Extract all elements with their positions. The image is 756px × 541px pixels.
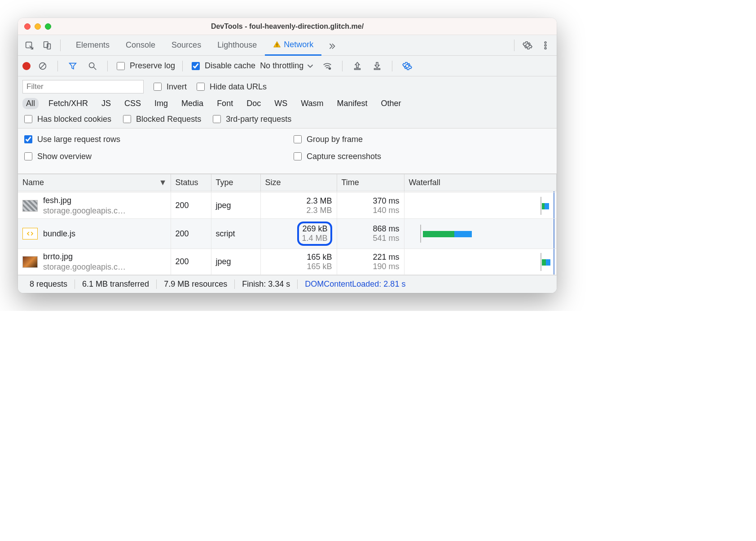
- request-name: fesh.jpg: [43, 195, 126, 206]
- tab-sources[interactable]: Sources: [163, 35, 209, 56]
- filter-toggle-icon[interactable]: [65, 58, 80, 74]
- record-button[interactable]: [22, 62, 31, 70]
- col-size[interactable]: Size: [260, 174, 337, 191]
- svg-point-5: [545, 41, 546, 43]
- filter-input[interactable]: [22, 80, 144, 93]
- status-dcl: DOMContentLoaded: 2.81 s: [298, 279, 413, 289]
- svg-point-10: [329, 67, 331, 70]
- close-icon[interactable]: [24, 23, 31, 30]
- third-party-checkbox[interactable]: 3rd-party requests: [211, 114, 291, 124]
- tab-lighthouse[interactable]: Lighthouse: [209, 35, 265, 56]
- tab-network[interactable]: Network: [265, 35, 321, 56]
- request-name: brrto.jpg: [43, 252, 126, 262]
- request-status: 200: [171, 249, 211, 275]
- svg-rect-3: [277, 44, 277, 46]
- script-file-icon: [22, 228, 38, 239]
- status-requests: 8 requests: [22, 279, 75, 289]
- request-type: script: [211, 219, 260, 249]
- request-time: 221 ms190 ms: [337, 249, 404, 275]
- capture-screenshots-checkbox[interactable]: Capture screenshots: [292, 151, 552, 162]
- type-css[interactable]: CSS: [121, 98, 145, 109]
- download-har-icon[interactable]: [369, 58, 385, 74]
- svg-rect-4: [277, 46, 277, 47]
- type-all[interactable]: All: [22, 98, 39, 109]
- upload-har-icon[interactable]: [350, 58, 365, 74]
- disable-cache-checkbox[interactable]: Disable cache: [190, 61, 255, 71]
- large-rows-checkbox[interactable]: Use large request rows: [22, 134, 283, 145]
- svg-rect-11: [355, 68, 360, 69]
- request-status: 200: [171, 193, 211, 219]
- blocked-requests-checkbox[interactable]: Blocked Requests: [121, 114, 201, 124]
- type-js[interactable]: JS: [98, 98, 114, 109]
- window-title: DevTools - foul-heavenly-direction.glitc…: [18, 22, 557, 31]
- table-row[interactable]: brrto.jpgstorage.googleapis.c…200jpeg165…: [18, 249, 557, 275]
- image-thumbnail-icon: [22, 200, 38, 212]
- request-size: 269 kB1.4 MB: [260, 219, 337, 249]
- col-time[interactable]: Time: [337, 174, 404, 191]
- type-font[interactable]: Font: [213, 98, 237, 109]
- image-thumbnail-icon: [22, 256, 38, 268]
- throttling-select[interactable]: No throttling: [260, 61, 315, 71]
- filter-area: Invert Hide data URLs All Fetch/XHR JS C…: [18, 76, 557, 129]
- network-settings-gear-icon[interactable]: [400, 58, 415, 74]
- chevron-down-icon: [305, 61, 315, 71]
- request-name: bundle.js: [43, 229, 75, 239]
- settings-gear-icon[interactable]: [520, 38, 535, 53]
- preserve-log-checkbox[interactable]: Preserve log: [115, 61, 175, 71]
- clear-icon[interactable]: [35, 58, 50, 74]
- request-waterfall: [404, 193, 557, 219]
- inspect-element-icon[interactable]: [22, 38, 37, 53]
- col-name[interactable]: Name▼: [18, 174, 171, 191]
- type-img[interactable]: Img: [151, 98, 171, 109]
- group-by-frame-checkbox[interactable]: Group by frame: [292, 134, 552, 145]
- request-time: 370 ms140 ms: [337, 193, 404, 219]
- show-overview-checkbox[interactable]: Show overview: [22, 151, 283, 162]
- status-transferred: 6.1 MB transferred: [75, 279, 157, 289]
- request-size: 165 kB165 kB: [260, 249, 337, 275]
- sort-indicator-icon: ▼: [159, 178, 167, 187]
- network-options: Use large request rows Show overview Gro…: [18, 129, 557, 174]
- svg-point-6: [545, 44, 546, 46]
- type-wasm[interactable]: Wasm: [297, 98, 327, 109]
- type-fetchxhr[interactable]: Fetch/XHR: [45, 98, 92, 109]
- table-row[interactable]: bundle.js200script269 kB1.4 MB868 ms541 …: [18, 219, 557, 249]
- tab-elements[interactable]: Elements: [68, 35, 118, 56]
- col-waterfall[interactable]: Waterfall: [404, 174, 557, 191]
- device-toggle-icon[interactable]: [40, 38, 55, 53]
- table-row[interactable]: fesh.jpgstorage.googleapis.c…200jpeg2.3 …: [18, 193, 557, 219]
- devtools-window: DevTools - foul-heavenly-direction.glitc…: [18, 18, 557, 293]
- status-resources: 7.9 MB resources: [157, 279, 235, 289]
- type-ws[interactable]: WS: [271, 98, 291, 109]
- request-size: 2.3 MB2.3 MB: [260, 193, 337, 219]
- search-icon[interactable]: [85, 58, 100, 74]
- type-doc[interactable]: Doc: [243, 98, 264, 109]
- svg-rect-12: [374, 68, 380, 69]
- warning-icon: [273, 40, 281, 49]
- request-time: 868 ms541 ms: [337, 219, 404, 249]
- request-domain: storage.googleapis.c…: [43, 206, 126, 216]
- maximize-icon[interactable]: [45, 23, 51, 30]
- request-status: 200: [171, 219, 211, 249]
- minimize-icon[interactable]: [35, 23, 41, 30]
- type-media[interactable]: Media: [178, 98, 207, 109]
- window-titlebar: DevTools - foul-heavenly-direction.glitc…: [18, 18, 557, 35]
- request-waterfall: [404, 219, 557, 249]
- tab-console[interactable]: Console: [118, 35, 163, 56]
- kebab-menu-icon[interactable]: [538, 38, 553, 53]
- more-tabs-icon[interactable]: [324, 38, 339, 53]
- hide-data-urls-checkbox[interactable]: Hide data URLs: [195, 81, 267, 92]
- requests-table: Name▼ Status Type Size Time Waterfall fe…: [18, 174, 557, 275]
- network-conditions-icon[interactable]: [320, 58, 335, 74]
- request-waterfall: [404, 249, 557, 275]
- invert-checkbox[interactable]: Invert: [152, 81, 187, 92]
- type-manifest[interactable]: Manifest: [334, 98, 371, 109]
- network-toolbar: Preserve log Disable cache No throttling: [18, 56, 557, 76]
- has-blocked-cookies-checkbox[interactable]: Has blocked cookies: [22, 114, 111, 124]
- col-type[interactable]: Type: [211, 174, 260, 191]
- request-domain: storage.googleapis.c…: [43, 262, 126, 272]
- col-status[interactable]: Status: [171, 174, 211, 191]
- panel-tabs-row: Elements Console Sources Lighthouse Netw…: [18, 35, 557, 56]
- status-finish: Finish: 3.34 s: [235, 279, 298, 289]
- type-other[interactable]: Other: [378, 98, 405, 109]
- status-bar: 8 requests 6.1 MB transferred 7.9 MB res…: [18, 275, 557, 293]
